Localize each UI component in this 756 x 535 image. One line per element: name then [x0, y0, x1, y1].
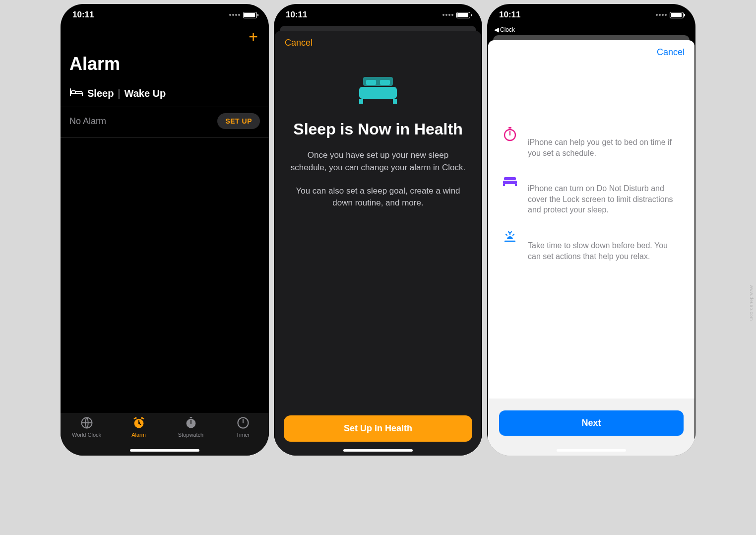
svg-rect-12 [380, 80, 390, 85]
back-label: Clock [500, 26, 515, 33]
signal-dots-icon [229, 14, 240, 16]
svg-rect-5 [189, 417, 192, 418]
timer-icon [236, 416, 250, 430]
signal-dots-icon [442, 14, 453, 16]
modal-sheet: Cancel Sleep is Now in Health Once you h… [275, 31, 481, 456]
phone-devices-help-sheet: 10:11 ◀Clock Cancel Your Devices Can Hel… [487, 4, 695, 456]
setup-button[interactable]: SET UP [217, 113, 260, 129]
status-bar: 10:11 [274, 4, 482, 26]
battery-icon [243, 12, 257, 18]
signal-dots-icon [656, 14, 667, 16]
feature-title: Sleep Mode [528, 171, 681, 181]
svg-rect-9 [359, 99, 363, 104]
feature-title: Wind Down [528, 228, 681, 238]
home-indicator[interactable] [557, 449, 626, 452]
modal-sheet: Cancel Your Devices Can Help With Your S… [488, 40, 694, 456]
status-bar: 10:11 [487, 4, 695, 26]
alarm-clock-icon [132, 416, 146, 430]
wake-label: Wake Up [125, 88, 166, 99]
cancel-button[interactable]: Cancel [657, 47, 685, 58]
status-right [442, 12, 470, 18]
globe-icon [80, 416, 94, 430]
feature-list: Sleep Schedule iPhone can help you get t… [488, 125, 694, 399]
status-right [229, 12, 257, 18]
card-behind [280, 26, 476, 31]
tab-timer[interactable]: Timer [217, 416, 269, 456]
svg-rect-14 [508, 127, 511, 129]
svg-rect-10 [393, 99, 397, 104]
section-divider: | [118, 88, 120, 99]
back-chevron-icon: ◀ [494, 26, 499, 33]
svg-rect-8 [359, 87, 397, 99]
back-to-clock[interactable]: ◀Clock [487, 26, 695, 35]
sheet-body: Sleep is Now in Health Once you have set… [275, 55, 481, 406]
svg-rect-18 [515, 184, 517, 186]
card-behind [493, 35, 690, 40]
tab-label: Stopwatch [178, 432, 203, 438]
status-right [656, 12, 684, 18]
feature-sleep-schedule: Sleep Schedule iPhone can help you get t… [502, 125, 681, 158]
battery-icon [456, 12, 470, 18]
svg-rect-11 [366, 80, 376, 85]
nav-actions: + [61, 26, 269, 45]
battery-icon [670, 12, 684, 18]
home-indicator[interactable] [343, 449, 413, 452]
svg-rect-16 [503, 181, 517, 184]
page-title: Alarm [61, 45, 269, 86]
sheet-footer: Set Up in Health [275, 406, 481, 456]
status-time: 10:11 [499, 10, 520, 20]
feature-title: Sleep Schedule [528, 125, 681, 135]
bed-purple-icon [502, 172, 518, 190]
tab-label: Alarm [131, 432, 146, 438]
tab-label: World Clock [72, 432, 101, 438]
sleep-section-header: Sleep | Wake Up [61, 86, 269, 107]
sleep-label: Sleep [87, 88, 114, 99]
feature-desc: Take time to slow down before bed. You c… [528, 240, 681, 262]
add-alarm-button[interactable]: + [249, 29, 258, 45]
home-indicator[interactable] [130, 449, 199, 452]
tab-label: Timer [236, 432, 250, 438]
status-time: 10:11 [72, 10, 94, 20]
sheet-paragraph-1: Once you have set up your new sleep sche… [289, 149, 467, 174]
sheet-nav: Cancel [488, 40, 694, 65]
feature-sleep-mode: Sleep Mode iPhone can turn on Do Not Dis… [502, 171, 681, 215]
no-alarm-label: No Alarm [69, 116, 106, 127]
setup-in-health-button[interactable]: Set Up in Health [284, 415, 472, 442]
phone-alarm-screen: 10:11 + Alarm Sleep | Wake Up No Alarm S… [61, 4, 269, 456]
svg-rect-17 [503, 184, 505, 186]
sunset-icon [502, 229, 518, 247]
sheet-nav: Cancel [275, 31, 481, 55]
no-alarm-row: No Alarm SET UP [61, 107, 269, 137]
status-time: 10:11 [286, 10, 307, 20]
sheet-title: Sleep is Now in Health [293, 120, 462, 138]
bed-icon [69, 86, 83, 101]
status-bar: 10:11 [61, 4, 269, 26]
tab-world-clock[interactable]: World Clock [61, 416, 113, 456]
sheet-paragraph-2: You can also set a sleep goal, create a … [289, 185, 467, 209]
stopwatch-pink-icon [502, 126, 518, 144]
feature-desc: iPhone can turn on Do Not Disturb and co… [528, 183, 681, 215]
cancel-button[interactable]: Cancel [285, 38, 313, 48]
svg-rect-15 [504, 177, 516, 180]
svg-point-2 [135, 418, 136, 419]
feature-desc: iPhone can help you get to bed on time i… [528, 137, 681, 158]
bed-large-icon [356, 75, 400, 108]
feature-wind-down: Wind Down Take time to slow down before … [502, 228, 681, 262]
stopwatch-icon [184, 416, 198, 430]
next-button[interactable]: Next [499, 410, 684, 436]
svg-point-3 [141, 418, 142, 419]
sheet-footer: Next [488, 399, 694, 456]
phone-sleep-health-sheet: 10:11 Cancel Sleep is Now in Health Once… [274, 4, 482, 456]
sheet-title: Your Devices Can Help With Your Sleep [488, 65, 694, 125]
